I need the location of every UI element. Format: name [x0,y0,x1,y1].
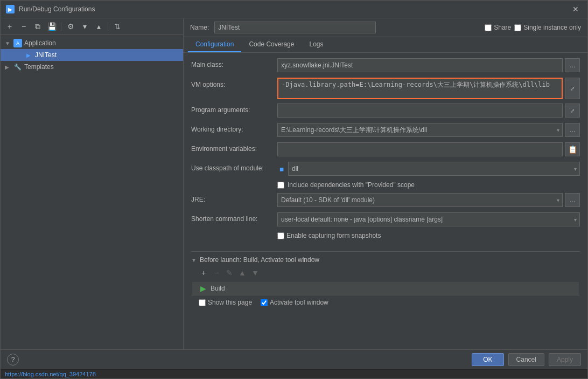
tree-item-jnitest[interactable]: ▶ JNITest [1,49,183,61]
activate-tool-checkbox[interactable] [261,299,268,306]
single-instance-checkbox[interactable] [514,24,521,31]
before-launch-remove-button[interactable]: − [211,267,222,279]
toolbar-sep-2 [108,22,108,31]
build-item: ▶ Build [192,282,579,295]
environment-variables-browse-button[interactable]: 📋 [565,142,580,156]
program-arguments-input[interactable] [277,104,563,118]
vm-options-expand-button[interactable]: ⤢ [565,78,580,99]
ok-button[interactable]: OK [472,353,503,366]
single-instance-label[interactable]: Single instance only [523,24,581,31]
add-config-button[interactable]: + [4,20,16,32]
before-launch-section: ▼ Before launch: Build, Activate tool wi… [191,251,580,295]
config-content: Main class: … VM options: -Djava.library… [184,53,587,349]
jre-select[interactable]: Default (10 - SDK of 'dll' module) [277,193,563,207]
help-button[interactable]: ? [7,354,19,366]
arrow-up-config-button[interactable]: ▴ [93,20,104,32]
tab-configuration[interactable]: Configuration [188,37,241,52]
tab-logs[interactable]: Logs [302,37,331,52]
jnitest-label: JNITest [35,51,57,59]
name-input[interactable] [214,22,376,33]
jre-control: Default (10 - SDK of 'dll' module) ▾ … [277,193,580,207]
module-select-wrap: ◼ dll ▾ [277,162,580,176]
before-launch-edit-button[interactable]: ✎ [223,267,235,279]
working-directory-control: ▾ … [277,123,580,137]
show-page-wrap: Show this page [199,299,252,306]
tree-item-templates[interactable]: ▶ 🔧 Templates [1,61,183,73]
enable-capturing-row: Enable capturing form snapshots [191,232,580,247]
arrow-down-config-button[interactable]: ▾ [79,20,90,32]
before-launch-add-button[interactable]: + [198,267,209,279]
remove-config-button[interactable]: − [18,20,30,32]
cancel-button[interactable]: Cancel [508,353,544,366]
right-panel: Name: Share Single instance only Configu… [184,18,587,349]
jre-row: JRE: Default (10 - SDK of 'dll' module) … [191,193,580,208]
vm-options-row: VM options: -Djava.library.path=E:\Learn… [191,78,580,99]
before-launch-arrow-icon: ▼ [191,257,197,263]
tab-code-coverage[interactable]: Code Coverage [241,37,302,52]
show-page-checkbox[interactable] [199,299,206,306]
program-arguments-label: Program arguments: [191,104,277,114]
footer-right: OK Cancel Apply [472,353,581,366]
shorten-command-select[interactable]: user-local default: none - java [options… [277,212,580,226]
vm-options-input[interactable]: -Djava.library.path=E:\Learning-records\… [277,78,563,99]
run-debug-dialog: ▶ Run/Debug Configurations ✕ + − ⧉ 💾 ⚙ ▾… [0,0,588,379]
enable-capturing-label[interactable]: Enable capturing form snapshots [286,232,381,239]
jre-label: JRE: [191,193,277,203]
program-arguments-control: ⤢ [277,104,580,118]
title-bar: ▶ Run/Debug Configurations ✕ [1,1,587,18]
main-content: + − ⧉ 💾 ⚙ ▾ ▴ ⇅ ▼ A Application [1,18,587,349]
sort-config-button[interactable]: ⇅ [111,20,123,32]
working-directory-input[interactable] [277,123,563,137]
include-dependencies-row: Include dependencies with "Provided" sco… [191,181,580,189]
build-run-icon: ▶ [199,284,207,293]
use-classpath-label: Use classpath of module: [191,162,277,172]
share-checkbox[interactable] [485,24,492,31]
shorten-command-row: Shorten command line: user-local default… [191,212,580,228]
main-class-row: Main class: … [191,58,580,73]
jnitest-run-icon: ▶ [24,51,33,59]
environment-variables-label: Environment variables: [191,142,277,153]
enable-capturing-spacer [191,232,277,235]
main-class-browse-button[interactable]: … [565,58,580,72]
working-directory-row: Working directory: ▾ … [191,123,580,138]
main-class-input[interactable] [277,58,563,72]
tree-area: ▼ A Application ▶ JNITest ▶ 🔧 Templates [1,35,183,349]
module-select[interactable]: dll [288,162,580,176]
copy-config-button[interactable]: ⧉ [32,20,44,32]
include-dependencies-checkbox[interactable] [277,182,284,189]
working-directory-browse-button[interactable]: … [565,123,580,137]
environment-variables-input[interactable] [277,142,563,156]
settings-config-button[interactable]: ⚙ [65,20,76,32]
jre-browse-button[interactable]: … [565,193,580,207]
templates-label: Templates [24,63,54,71]
shorten-command-label: Shorten command line: [191,212,277,223]
program-arguments-expand-button[interactable]: ⤢ [565,104,580,118]
bottom-options: Show this page Activate tool window [191,295,580,309]
run-icon: ▶ [6,5,15,13]
module-dropdown-wrap: dll ▾ [288,162,580,176]
left-toolbar: + − ⧉ 💾 ⚙ ▾ ▴ ⇅ [1,18,183,35]
dialog-footer: ? OK Cancel Apply [1,349,587,369]
enable-capturing-control: Enable capturing form snapshots [277,232,580,239]
share-label[interactable]: Share [494,24,511,31]
save-config-button[interactable]: 💾 [46,20,58,32]
build-label: Build [211,285,225,292]
vm-options-control: -Djava.library.path=E:\Learning-records\… [277,78,580,99]
activate-tool-label[interactable]: Activate tool window [270,299,328,306]
name-bar: Name: Share Single instance only [184,18,587,37]
main-class-label: Main class: [191,58,277,68]
close-button[interactable]: ✕ [569,4,582,15]
include-dependencies-label[interactable]: Include dependencies with "Provided" sco… [288,181,415,189]
tree-arrow-application: ▼ [5,40,11,46]
tree-item-application[interactable]: ▼ A Application [1,37,183,49]
enable-capturing-checkbox[interactable] [277,232,284,239]
apply-button[interactable]: Apply [549,353,581,366]
title-bar-left: ▶ Run/Debug Configurations [6,5,95,13]
show-page-label[interactable]: Show this page [208,299,252,306]
before-launch-up-button[interactable]: ▲ [236,267,248,279]
before-launch-down-button[interactable]: ▼ [249,267,261,279]
tabs-bar: Configuration Code Coverage Logs [184,37,587,53]
before-launch-header[interactable]: ▼ Before launch: Build, Activate tool wi… [191,256,580,264]
vm-options-label: VM options: [191,78,277,88]
module-icon: ◼ [277,164,286,173]
